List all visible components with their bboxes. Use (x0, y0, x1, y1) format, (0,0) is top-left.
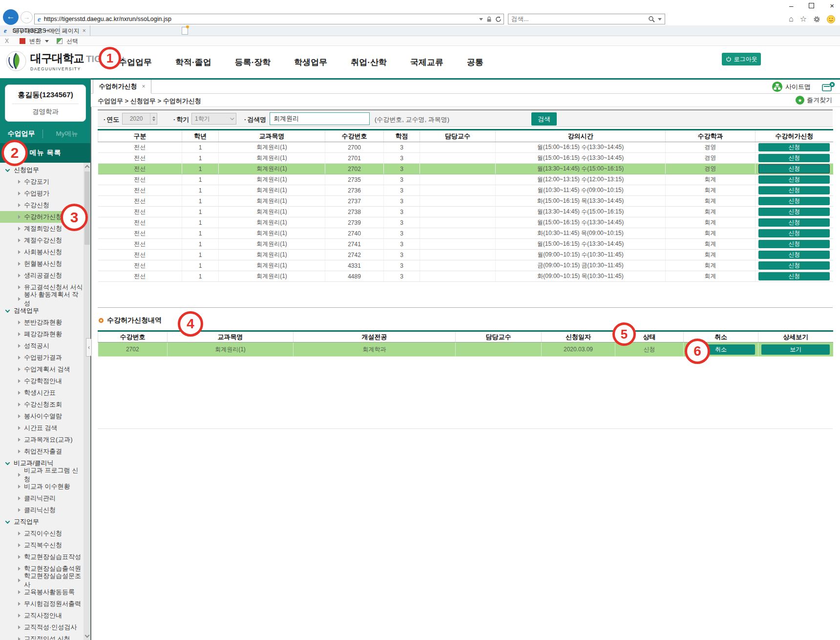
refresh-icon[interactable] (495, 16, 502, 22)
sidebar-menu-item[interactable]: 교직적인성 신청 (0, 633, 84, 640)
apply-button[interactable]: 신청 (758, 186, 830, 194)
course-row[interactable]: 전선 1 회계원리(1) 2700 3 월(15:00~16:15) 수(13:… (98, 142, 833, 153)
back-button[interactable]: ← (3, 9, 19, 25)
search-icon[interactable] (648, 16, 655, 22)
course-row[interactable]: 전선 1 회계원리(1) 2737 3 화(15:00~16:15) 목(13:… (98, 196, 833, 207)
main-nav-item[interactable]: 국제교류 (410, 57, 443, 68)
sidebar-menu-item[interactable]: 학교현장실습설문조사 (0, 575, 84, 586)
sidebar-menu-item[interactable]: 수강포기 (0, 176, 84, 188)
sidebar-tab-work[interactable]: 수업업무 (0, 129, 43, 138)
window-minimize-icon[interactable]: – (789, 1, 793, 10)
sidebar-menu-item[interactable]: 수강신청조회 (0, 399, 84, 410)
sidebar-menu-item[interactable]: 교직적성·인성검사 (0, 621, 84, 633)
sidebar-menu-item[interactable]: 폐강강좌현황 (0, 328, 84, 340)
addon-close-button[interactable]: X (5, 38, 9, 44)
sidebar-menu-item[interactable]: 교육봉사활동등록 (0, 586, 84, 598)
view-button[interactable]: 보기 (761, 344, 830, 355)
sidebar-tab-mymenu[interactable]: My메뉴 (43, 129, 91, 138)
keyword-input[interactable] (270, 112, 370, 125)
sidebar-menu-item[interactable]: 헌혈봉사신청 (0, 258, 84, 270)
sidebar-menu-item[interactable]: 성적공시 (0, 340, 84, 352)
sidebar-menu-item[interactable]: 교직복수신청 (0, 539, 84, 551)
home-icon[interactable]: ⌂ (789, 15, 794, 23)
sidebar-menu-item[interactable]: 수업평가결과 (0, 352, 84, 363)
sidebar-collapse-handle[interactable]: ‹ (86, 338, 92, 357)
course-row[interactable]: 전선 1 회계원리(1) 4331 3 금(09:00~10:15) 금(10:… (98, 260, 833, 271)
course-row[interactable]: 전선 1 회계원리(1) 2702 3 월(13:30~14:45) 수(15:… (98, 164, 833, 174)
apply-button[interactable]: 신청 (758, 240, 830, 248)
year-spinner[interactable]: 2020 (122, 113, 157, 125)
sidebar-menu-item[interactable]: 생리공결신청 (0, 270, 84, 281)
course-row[interactable]: 전선 1 회계원리(1) 4489 3 화(09:00~10:15) 목(10:… (98, 271, 833, 282)
main-nav-item[interactable]: 공통 (467, 57, 483, 68)
sidebar-menu-item[interactable]: 봉사이수열람 (0, 410, 84, 422)
url-dropdown-icon[interactable] (479, 18, 483, 21)
apply-button[interactable]: 신청 (758, 229, 830, 237)
sidebar-menu-item[interactable]: 수업평가 (0, 188, 84, 199)
sidebar-menu-item[interactable]: 분반강좌현황 (0, 317, 84, 328)
smiley-feedback-icon[interactable] (827, 15, 835, 23)
scroll-down-icon[interactable] (84, 633, 89, 638)
sidebar-menu-item[interactable]: 계절수강신청 (0, 235, 84, 246)
course-row[interactable]: 전선 1 회계원리(1) 2738 3 월(13:30~14:45) 수(15:… (98, 207, 833, 217)
sidebar-menu-item[interactable]: 무시험검정원서출력 (0, 598, 84, 610)
document-tab[interactable]: 수업허가신청 × (93, 80, 151, 94)
search-dropdown-icon[interactable] (658, 18, 662, 21)
apply-button[interactable]: 신청 (758, 272, 830, 280)
sidebar-menu-item[interactable]: 클리닉관리 (0, 492, 84, 504)
tab-close-icon[interactable]: × (52, 27, 56, 34)
sidebar-menu-item[interactable]: 교직업무 (0, 516, 84, 528)
forward-button[interactable]: → (21, 11, 33, 23)
scroll-up-icon[interactable] (84, 165, 89, 170)
sidebar-menu-item[interactable]: 시간표 검색 (0, 422, 84, 434)
sidebar-menu-item[interactable]: 비교과 프로그램 신청 (0, 469, 84, 481)
gear-icon[interactable] (813, 16, 820, 23)
spin-up-icon[interactable] (152, 116, 155, 118)
apply-button[interactable]: 신청 (758, 218, 830, 227)
course-row[interactable]: 전선 1 회계원리(1) 2701 3 월(15:00~16:15) 수(13:… (98, 153, 833, 164)
search-button[interactable]: 검색 (531, 112, 557, 126)
new-tab-button[interactable] (182, 27, 188, 35)
sidebar-scrollbar[interactable] (84, 163, 90, 640)
apply-button[interactable]: 신청 (758, 143, 830, 151)
course-row[interactable]: 전선 1 회계원리(1) 2736 3 월(10:30~11:45) 수(09:… (98, 185, 833, 196)
sidebar-menu-item[interactable]: 학교현장실습표작성 (0, 551, 84, 563)
document-tab-close-icon[interactable]: × (142, 83, 145, 90)
sidebar-menu-item[interactable]: 학생시간표 (0, 387, 84, 399)
spin-down-icon[interactable] (152, 119, 155, 121)
main-nav-item[interactable]: 학생업무 (294, 57, 327, 68)
favorites-star-icon[interactable]: ☆ (800, 15, 807, 23)
sidebar-menu-item[interactable]: 클리닉신청 (0, 504, 84, 516)
sidebar-menu-item[interactable]: 수업계획서 검색 (0, 363, 84, 375)
window-close-icon[interactable]: × (830, 1, 834, 10)
apply-button[interactable]: 신청 (758, 154, 830, 162)
close-all-tabs-button[interactable] (822, 82, 835, 94)
main-nav-item[interactable]: 학적·졸업 (175, 57, 211, 68)
history-row[interactable]: 2702 회계원리(1) 회계학과 2020.03.09 신청 취소 보기 (98, 342, 833, 357)
semester-select[interactable]: 1학기 (191, 113, 236, 125)
apply-button[interactable]: 신청 (758, 197, 830, 205)
apply-button[interactable]: 신청 (758, 164, 830, 173)
apply-button[interactable]: 신청 (758, 251, 830, 259)
course-row[interactable]: 전선 1 회계원리(1) 2741 3 월(15:00~16:15) 수(13:… (98, 239, 833, 250)
sidebar-menu-item[interactable]: 수강학점안내 (0, 375, 84, 387)
sitemap-link[interactable]: 사이트맵 (772, 82, 811, 92)
apply-button[interactable]: 신청 (758, 175, 830, 184)
convert-dropdown-icon[interactable] (45, 40, 49, 43)
browser-search-box[interactable]: 검색... (508, 14, 665, 24)
url-text[interactable]: https://tigersstd.daegu.ac.kr/nxrun/ssoL… (44, 16, 479, 22)
sidebar-menu-item[interactable]: 사회봉사신청 (0, 246, 84, 258)
sidebar-menu-item[interactable]: 취업전자출결 (0, 446, 84, 457)
apply-button[interactable]: 신청 (758, 261, 830, 270)
select-button[interactable]: 선택 (66, 37, 78, 45)
favorites-link[interactable]: ★ 즐겨찾기 (796, 96, 832, 105)
window-maximize-icon[interactable] (809, 3, 814, 8)
main-nav-item[interactable]: 취업·산학 (351, 57, 387, 68)
scrollbar-thumb[interactable] (84, 171, 90, 245)
address-bar[interactable]: e https://tigersstd.daegu.ac.kr/nxrun/ss… (34, 14, 504, 24)
course-row[interactable]: 전선 1 회계원리(1) 2740 3 화(10:30~11:45) 목(09:… (98, 228, 833, 239)
sidebar-menu-item[interactable]: 교과목개요(교과) (0, 434, 84, 446)
browser-tab[interactable]: e STDTIGERS+ × (0, 25, 60, 36)
apply-button[interactable]: 신청 (758, 208, 830, 216)
tab-close-icon[interactable]: × (83, 27, 86, 34)
